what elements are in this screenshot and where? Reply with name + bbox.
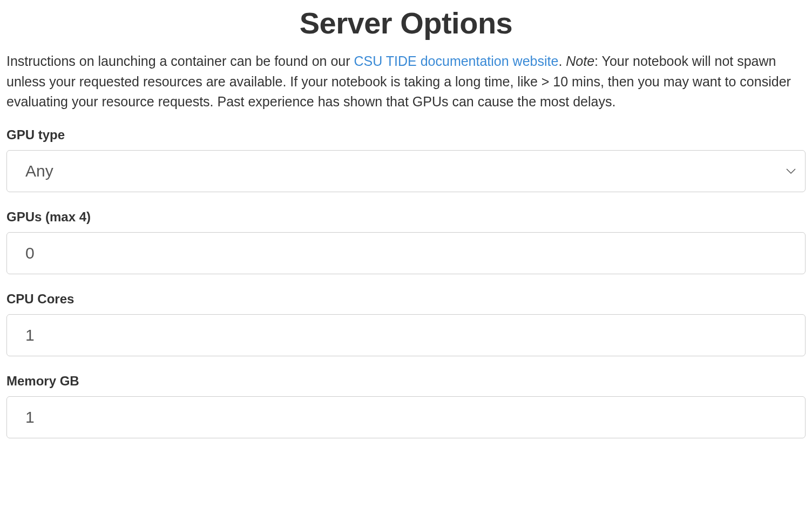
gpu-type-label: GPU type bbox=[6, 127, 806, 143]
cpu-cores-group: CPU Cores bbox=[6, 292, 806, 356]
cpu-cores-label: CPU Cores bbox=[6, 292, 806, 307]
cpu-cores-input[interactable] bbox=[6, 314, 806, 356]
intro-prefix: Instructions on launching a container ca… bbox=[6, 53, 354, 69]
gpu-type-select[interactable]: Any bbox=[6, 150, 806, 192]
page-title: Server Options bbox=[6, 5, 806, 40]
gpu-type-group: GPU type Any bbox=[6, 127, 806, 192]
intro-after-link: . bbox=[558, 53, 566, 69]
memory-gb-input[interactable] bbox=[6, 396, 806, 438]
memory-gb-label: Memory GB bbox=[6, 374, 806, 389]
gpus-group: GPUs (max 4) bbox=[6, 209, 806, 274]
gpus-input[interactable] bbox=[6, 232, 806, 274]
gpus-label: GPUs (max 4) bbox=[6, 209, 806, 225]
docs-link[interactable]: CSU TIDE documentation website bbox=[354, 53, 559, 69]
server-options-form: Server Options Instructions on launching… bbox=[6, 5, 806, 438]
memory-gb-group: Memory GB bbox=[6, 374, 806, 438]
intro-paragraph: Instructions on launching a container ca… bbox=[6, 51, 806, 112]
gpu-type-select-wrapper: Any bbox=[6, 150, 806, 192]
note-label: Note bbox=[566, 53, 594, 69]
